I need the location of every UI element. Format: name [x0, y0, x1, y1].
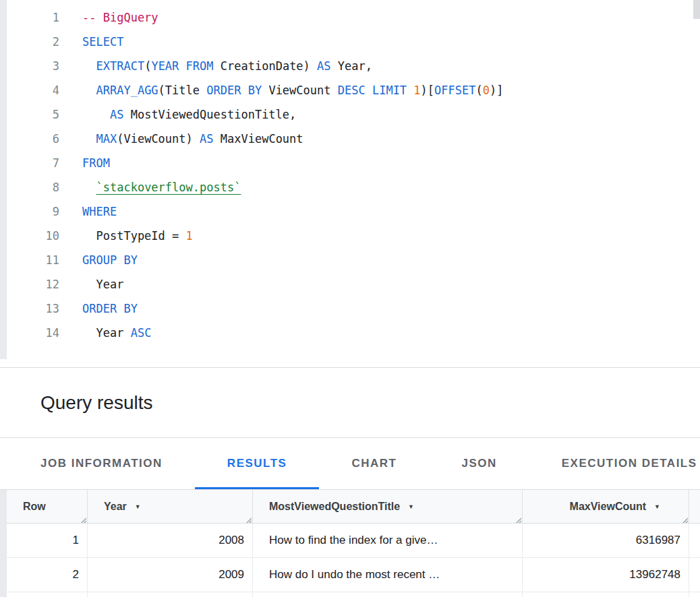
column-header-maxviewcount[interactable]: MaxViewCount▼: [523, 490, 689, 523]
tab-results[interactable]: RESULTS: [195, 438, 320, 489]
cell-year: 2008: [88, 524, 253, 557]
column-header[interactable]: [689, 490, 700, 523]
cell-maxviewcount: 6316987: [523, 524, 689, 557]
line-number: 13: [0, 296, 59, 321]
line-number: 5: [0, 102, 59, 127]
line-number: 10: [0, 224, 59, 248]
cell-row: [7, 592, 88, 597]
cell: [689, 524, 700, 557]
code-lines: 1-- BigQuery2SELECT3 EXTRACT(YEAR FROM C…: [0, 5, 691, 345]
code-text: `stackoverflow.posts`: [82, 175, 241, 199]
cell: [689, 592, 700, 597]
code-line[interactable]: 3 EXTRACT(YEAR FROM CreationDate) AS Yea…: [0, 54, 691, 78]
line-number: 6: [0, 127, 59, 151]
table-row-partial: [7, 592, 700, 597]
column-label: Row: [23, 501, 46, 513]
query-results-header: Query results: [0, 368, 700, 438]
cell-mostviewedquestiontitle: How to find the index for a give…: [253, 524, 523, 557]
code-line[interactable]: 2SELECT: [0, 30, 691, 54]
results-tabs: JOB INFORMATIONRESULTSCHARTJSONEXECUTION…: [0, 438, 700, 490]
column-header-year[interactable]: Year▼: [88, 490, 253, 523]
cell-mostviewedquestiontitle: [253, 592, 523, 597]
code-line[interactable]: 14 Year ASC: [0, 321, 691, 345]
cell-mostviewedquestiontitle: How do I undo the most recent …: [253, 558, 523, 592]
line-number: 12: [0, 272, 59, 296]
code-text: AS MostViewedQuestionTitle,: [82, 102, 296, 127]
code-line[interactable]: 11GROUP BY: [0, 248, 691, 272]
table-row: 22009How do I undo the most recent …1396…: [7, 558, 700, 592]
line-number: 8: [0, 175, 59, 199]
line-number: 2: [0, 30, 59, 54]
line-number: 11: [0, 248, 59, 272]
code-line[interactable]: 4 ARRAY_AGG(Title ORDER BY ViewCount DES…: [0, 78, 691, 102]
query-results-title: Query results: [40, 392, 153, 414]
code-text: WHERE: [82, 199, 117, 224]
column-resize-handle-icon[interactable]: [243, 514, 252, 522]
column-resize-handle-icon[interactable]: [513, 514, 521, 522]
line-number: 9: [0, 199, 59, 224]
line-number: 4: [0, 78, 59, 102]
code-text: ORDER BY: [82, 296, 138, 321]
editor-scrollbar-thumb[interactable]: [693, 0, 700, 19]
results-tbody: 12008How to find the index for a give…63…: [0, 524, 700, 597]
code-line[interactable]: 12 Year: [0, 272, 691, 296]
column-dropdown-arrow-icon[interactable]: ▼: [135, 503, 141, 510]
cell-row: 1: [7, 524, 88, 557]
code-text: SELECT: [82, 30, 123, 54]
column-label: Year: [104, 501, 127, 513]
code-line[interactable]: 10 PostTypeId = 1: [0, 224, 691, 248]
tab-chart[interactable]: CHART: [319, 438, 429, 489]
code-text: Year ASC: [82, 321, 151, 345]
line-number: 14: [0, 321, 59, 345]
table-row: 12008How to find the index for a give…63…: [7, 524, 700, 558]
column-header-row[interactable]: Row: [7, 490, 88, 523]
code-line[interactable]: 1-- BigQuery: [0, 5, 691, 30]
line-number: 3: [0, 54, 59, 78]
code-text: GROUP BY: [82, 248, 138, 272]
code-line[interactable]: 7FROM: [0, 151, 691, 175]
code-text: PostTypeId = 1: [82, 224, 193, 248]
code-line[interactable]: 5 AS MostViewedQuestionTitle,: [0, 102, 691, 127]
table-left-gutter: [0, 490, 7, 597]
sql-editor-panel: 1-- BigQuery2SELECT3 EXTRACT(YEAR FROM C…: [0, 0, 700, 368]
code-text: MAX(ViewCount) AS MaxViewCount: [82, 127, 303, 151]
column-label: MaxViewCount: [570, 501, 647, 513]
column-dropdown-arrow-icon[interactable]: ▼: [408, 503, 414, 510]
tab-execution-details[interactable]: EXECUTION DETAILS: [529, 438, 700, 489]
line-number: 7: [0, 151, 59, 175]
code-text: Year: [82, 272, 123, 296]
cell-maxviewcount: 13962748: [523, 558, 689, 592]
tab-json[interactable]: JSON: [429, 438, 529, 489]
column-dropdown-arrow-icon[interactable]: ▼: [654, 503, 660, 510]
column-header-mostviewedquestiontitle[interactable]: MostViewedQuestionTitle▼: [253, 490, 523, 523]
code-text: FROM: [82, 151, 110, 175]
code-line[interactable]: 9WHERE: [0, 199, 691, 224]
results-table-header: RowYear▼MostViewedQuestionTitle▼MaxViewC…: [7, 490, 700, 524]
tab-job-information[interactable]: JOB INFORMATION: [8, 438, 195, 489]
code-line[interactable]: 6 MAX(ViewCount) AS MaxViewCount: [0, 127, 691, 151]
results-table: RowYear▼MostViewedQuestionTitle▼MaxViewC…: [0, 490, 700, 597]
cell-year: [88, 592, 253, 597]
cell: [689, 558, 700, 592]
code-text: -- BigQuery: [82, 5, 158, 30]
column-label: MostViewedQuestionTitle: [269, 501, 400, 513]
code-line[interactable]: 13ORDER BY: [0, 296, 691, 321]
column-resize-handle-icon[interactable]: [78, 514, 86, 522]
column-resize-handle-icon[interactable]: [680, 514, 688, 522]
cell-row: 2: [7, 558, 88, 592]
cell-maxviewcount: [523, 592, 689, 597]
code-text: ARRAY_AGG(Title ORDER BY ViewCount DESC …: [82, 78, 504, 102]
cell-year: 2009: [88, 558, 253, 592]
code-text: EXTRACT(YEAR FROM CreationDate) AS Year,: [82, 54, 372, 78]
code-line[interactable]: 8 `stackoverflow.posts`: [0, 175, 691, 199]
line-number: 1: [0, 5, 59, 30]
